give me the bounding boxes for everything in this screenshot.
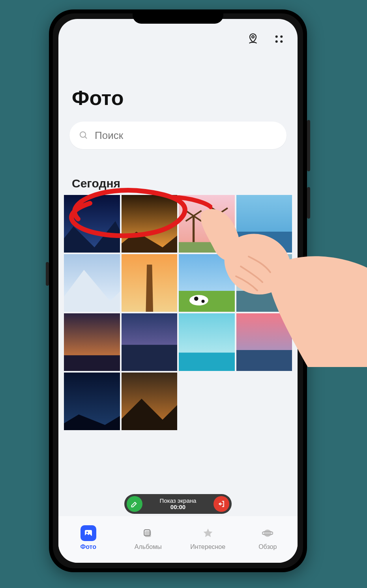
svg-point-1	[275, 36, 278, 38]
more-dots-icon[interactable]	[272, 32, 286, 46]
photo-thumbnail[interactable]	[64, 254, 120, 312]
svg-point-2	[280, 36, 283, 38]
photo-thumbnail[interactable]	[64, 195, 120, 253]
nav-label: Альбомы	[135, 543, 162, 551]
svg-point-20	[189, 295, 208, 306]
albums-icon	[143, 528, 153, 538]
photos-icon	[84, 528, 93, 538]
nav-label: Фото	[81, 543, 96, 551]
bottom-nav: Фото Альбомы	[58, 516, 298, 563]
svg-point-3	[275, 40, 278, 43]
nav-browse[interactable]: Обзор	[244, 525, 291, 551]
pill-text: Показ экрана 00:00	[146, 498, 210, 511]
svg-point-31	[86, 532, 88, 533]
photo-thumbnail[interactable]	[64, 373, 120, 430]
exit-icon[interactable]	[213, 496, 229, 512]
phone-side-button	[307, 120, 310, 171]
photo-thumbnail[interactable]	[179, 195, 235, 253]
nav-label: Обзор	[258, 543, 277, 551]
phone-side-button	[46, 262, 49, 286]
photo-thumbnail[interactable]	[64, 313, 120, 371]
screen: Фото Сегодня	[58, 19, 298, 563]
edit-icon[interactable]	[127, 496, 142, 512]
nav-label: Интересное	[190, 543, 225, 551]
phone-side-button	[307, 187, 310, 219]
photo-thumbnail[interactable]	[179, 254, 235, 312]
nav-albums[interactable]: Альбомы	[124, 525, 172, 551]
section-today-label: Сегодня	[72, 177, 120, 190]
svg-point-5	[80, 132, 86, 137]
location-pin-icon[interactable]	[246, 32, 260, 46]
svg-point-22	[201, 300, 204, 303]
photo-thumbnail[interactable]	[236, 313, 292, 371]
svg-point-21	[194, 297, 198, 301]
photo-thumbnail[interactable]	[236, 254, 292, 312]
star-icon	[202, 528, 213, 539]
svg-point-34	[264, 530, 272, 537]
phone-frame: Фото Сегодня	[49, 9, 307, 572]
planet-icon	[262, 528, 273, 539]
search-icon	[79, 131, 88, 140]
nav-photos[interactable]: Фото	[65, 525, 112, 551]
nav-interesting[interactable]: Интересное	[184, 525, 232, 551]
photo-thumbnail[interactable]	[179, 313, 235, 371]
phone-notch	[133, 13, 223, 24]
page-title: Фото	[72, 86, 124, 110]
photo-thumbnail[interactable]	[122, 254, 178, 312]
photo-thumbnail[interactable]	[122, 313, 178, 371]
photo-thumbnail[interactable]	[236, 195, 292, 253]
photo-thumbnail[interactable]	[122, 195, 178, 253]
photo-grid	[64, 195, 292, 430]
photo-thumbnail[interactable]	[122, 373, 178, 430]
screen-share-pill[interactable]: Показ экрана 00:00	[124, 494, 232, 514]
svg-line-6	[85, 137, 87, 139]
svg-point-0	[252, 36, 254, 38]
search-bar[interactable]	[69, 122, 286, 149]
svg-point-4	[280, 40, 283, 43]
search-input[interactable]	[94, 129, 277, 142]
